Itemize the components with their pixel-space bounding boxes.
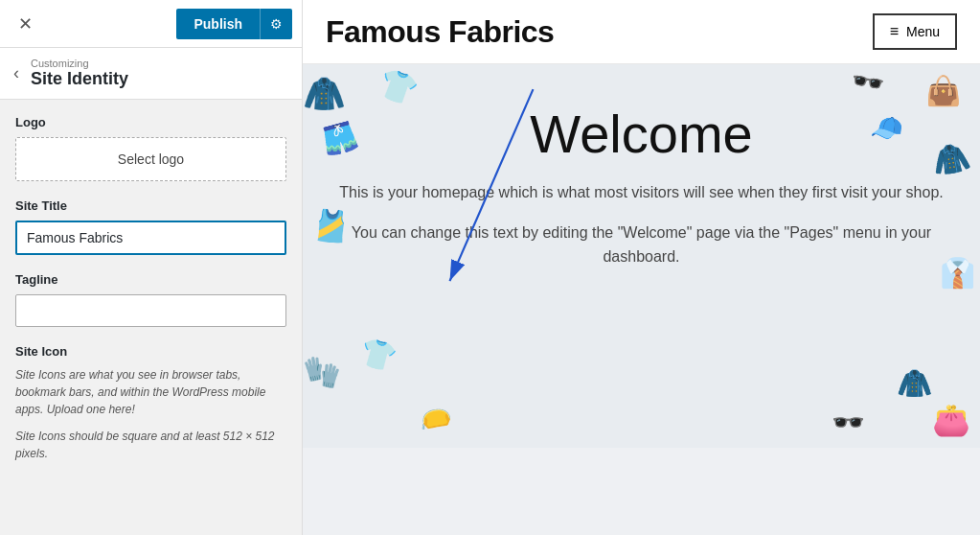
- site-icon-description: Site Icons are what you see in browser t…: [15, 366, 286, 418]
- menu-label: Menu: [906, 24, 940, 39]
- top-bar: ✕ Publish ⚙: [0, 0, 302, 48]
- publish-button[interactable]: Publish: [176, 9, 260, 39]
- back-button[interactable]: ‹: [10, 59, 23, 87]
- deco-tshirt-bottom: 👕: [356, 334, 399, 375]
- menu-button[interactable]: ≡ Menu: [873, 13, 957, 50]
- tagline-label: Tagline: [15, 272, 286, 287]
- deco-gloves: 🧤: [303, 354, 341, 390]
- site-title-input[interactable]: [15, 221, 286, 255]
- hero-area: 🧥 👕 🩳 🕶️ 👜 🧥 🧢 🧤 👕 👝 🕶️ 🧥 👛 🎽 👔 Welcome …: [303, 64, 980, 448]
- tagline-section: Tagline: [15, 272, 286, 327]
- logo-label: Logo: [15, 115, 286, 129]
- preview-area: Famous Fabrics ≡ Menu 🧥 👕 🩳 🕶️ 👜 🧥 🧢 🧤 👕…: [303, 0, 980, 535]
- publish-area: Publish ⚙: [176, 9, 292, 39]
- form-area: Logo Select logo Site Title Tagline Site…: [0, 100, 302, 535]
- deco-bag: 👝: [415, 394, 453, 431]
- settings-button[interactable]: ⚙: [260, 9, 292, 39]
- site-header: Famous Fabrics ≡ Menu: [303, 0, 980, 64]
- close-button[interactable]: ✕: [10, 9, 40, 39]
- site-title-section: Site Title: [15, 198, 286, 255]
- hero-subtitle: This is your homepage which is what most…: [322, 180, 961, 205]
- select-logo-button[interactable]: Select logo: [15, 137, 286, 181]
- customizing-label: Customizing: [31, 58, 128, 69]
- section-title: Site Identity: [31, 69, 128, 89]
- deco-coin-purse: 👛: [932, 402, 970, 438]
- deco-sunglasses: 🕶️: [848, 63, 886, 101]
- breadcrumb: ‹ Customizing Site Identity: [0, 48, 302, 100]
- site-name: Famous Fabrics: [326, 14, 554, 50]
- left-panel: ✕ Publish ⚙ ‹ Customizing Site Identity …: [0, 0, 303, 535]
- hero-title: Welcome: [322, 103, 961, 165]
- tagline-input[interactable]: [15, 294, 286, 327]
- logo-section: Logo Select logo: [15, 115, 286, 181]
- breadcrumb-text: Customizing Site Identity: [31, 58, 128, 89]
- hero-cta: You can change this text by editing the …: [322, 221, 961, 269]
- site-title-label: Site Title: [15, 198, 286, 213]
- menu-icon: ≡: [890, 23, 899, 40]
- deco-sunglasses-2: 🕶️: [832, 407, 865, 438]
- deco-jacket-right: 🧥: [897, 366, 932, 400]
- site-icon-title: Site Icon: [15, 344, 286, 359]
- site-icon-section: Site Icon Site Icons are what you see in…: [15, 344, 286, 462]
- site-icon-description-2: Site Icons should be square and at least…: [15, 428, 286, 462]
